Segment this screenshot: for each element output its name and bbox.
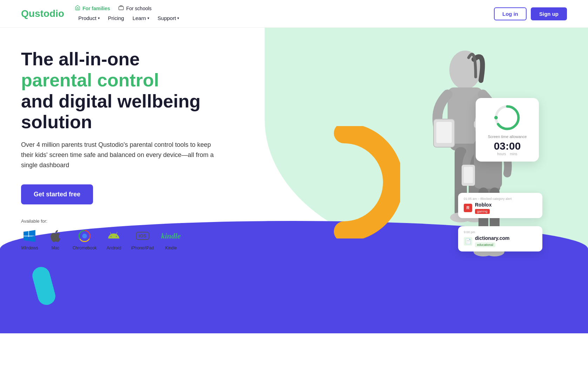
roblox-icon: R bbox=[464, 204, 472, 212]
nav-for-schools[interactable]: For schools bbox=[118, 5, 151, 12]
platform-kindle: kindle Kindle bbox=[164, 229, 178, 250]
available-for-label: Available for: bbox=[21, 218, 218, 224]
screen-time-card: Screen time allowance 03:00 hours mins bbox=[476, 98, 539, 162]
product-label: Product bbox=[78, 15, 97, 21]
windows-icon bbox=[22, 229, 37, 243]
pricing-label: Pricing bbox=[108, 15, 124, 21]
people-svg bbox=[384, 38, 560, 302]
platform-iphone-ipad: iOS iPhone/iPad bbox=[131, 229, 154, 250]
screen-time-value: 03:00 bbox=[483, 140, 532, 152]
platform-windows: Windows bbox=[21, 229, 38, 250]
alert-row: R Roblox gaming bbox=[464, 202, 537, 214]
hero-title-line1: The all-in-one bbox=[21, 49, 140, 69]
nav-learn[interactable]: Learn ▾ bbox=[129, 14, 152, 22]
hero-title-line3: solution bbox=[21, 112, 92, 132]
svg-point-25 bbox=[82, 234, 87, 238]
hero-title-line2: and digital wellbeing bbox=[21, 91, 200, 111]
hero-section: Screen time allowance 03:00 hours mins 0… bbox=[0, 28, 588, 333]
header: Qustodio For families For schools bbox=[0, 0, 588, 28]
alert-tag: gaming bbox=[475, 209, 490, 214]
nav-main-row: Product ▾ Pricing Learn ▾ Support ▾ bbox=[75, 14, 494, 22]
logo[interactable]: Qustodio bbox=[21, 8, 64, 19]
alert-app-name: Roblox bbox=[475, 202, 491, 208]
dictionary-visit-card: 9:00 pm 📄 dictionary.com educational bbox=[458, 226, 542, 251]
alert-time: 01:05 am – Blocked category alert bbox=[464, 197, 537, 201]
kindle-label: Kindle bbox=[165, 246, 177, 250]
support-label: Support bbox=[158, 15, 176, 21]
product-chevron-icon: ▾ bbox=[98, 16, 100, 20]
visit-time: 9:00 pm bbox=[464, 230, 537, 234]
chromebook-label: Chromebook bbox=[73, 246, 97, 250]
nav-for-families[interactable]: For families bbox=[75, 5, 110, 12]
kindle-icon: kindle bbox=[164, 229, 178, 243]
hero-people-image bbox=[384, 38, 560, 302]
mac-label: Mac bbox=[51, 246, 59, 250]
screen-time-label: Screen time allowance bbox=[483, 135, 532, 139]
screen-time-sub: hours mins bbox=[483, 152, 532, 156]
nav-group: For families For schools Product ▾ Prici… bbox=[75, 5, 494, 22]
svg-rect-0 bbox=[119, 7, 124, 10]
nav-pricing[interactable]: Pricing bbox=[105, 14, 128, 22]
school-icon bbox=[118, 5, 124, 12]
svg-point-23 bbox=[494, 116, 498, 119]
nav-top-row: For families For schools bbox=[75, 5, 494, 12]
hero-title-highlight: parental control bbox=[21, 70, 159, 90]
for-families-label: For families bbox=[82, 6, 110, 11]
hero-title: The all-in-one parental control and digi… bbox=[21, 49, 218, 133]
visit-tag: educational bbox=[475, 242, 495, 247]
svg-rect-5 bbox=[436, 122, 452, 143]
home-icon bbox=[75, 5, 80, 12]
learn-chevron-icon: ▾ bbox=[147, 16, 149, 20]
svg-rect-16 bbox=[464, 167, 473, 183]
mac-icon bbox=[48, 229, 63, 243]
support-chevron-icon: ▾ bbox=[177, 16, 179, 20]
android-icon bbox=[106, 229, 121, 243]
platform-icons: Windows Mac Chromebook bbox=[21, 229, 218, 250]
learn-label: Learn bbox=[132, 15, 146, 21]
visit-row: 📄 dictionary.com educational bbox=[464, 235, 537, 247]
ios-icon: iOS bbox=[135, 229, 150, 243]
for-schools-label: For schools bbox=[126, 6, 151, 11]
windows-label: Windows bbox=[21, 246, 38, 250]
platform-mac: Mac bbox=[48, 229, 63, 250]
nav-product[interactable]: Product ▾ bbox=[75, 14, 103, 22]
platform-android: Android bbox=[106, 229, 121, 250]
hero-subtitle: Over 4 million parents trust Qustodio's … bbox=[21, 140, 218, 170]
platform-chromebook: Chromebook bbox=[73, 229, 97, 250]
nav-support[interactable]: Support ▾ bbox=[154, 14, 183, 22]
screen-time-ring bbox=[493, 104, 521, 132]
visit-site-icon: 📄 bbox=[464, 237, 472, 246]
login-button[interactable]: Log in bbox=[494, 7, 527, 20]
header-actions: Log in Sign up bbox=[494, 7, 567, 20]
get-started-button[interactable]: Get started free bbox=[21, 184, 93, 204]
orange-arc-container bbox=[288, 126, 400, 238]
visit-info: dictionary.com educational bbox=[475, 235, 510, 247]
orange-arc-svg bbox=[288, 126, 400, 238]
alert-info: Roblox gaming bbox=[475, 202, 491, 214]
android-label: Android bbox=[107, 246, 121, 250]
iphone-ipad-label: iPhone/iPad bbox=[131, 246, 154, 250]
chromebook-icon bbox=[77, 229, 92, 243]
signup-button[interactable]: Sign up bbox=[531, 7, 567, 20]
hero-content: The all-in-one parental control and digi… bbox=[0, 28, 239, 250]
visit-site-name: dictionary.com bbox=[475, 235, 510, 241]
roblox-alert-card: 01:05 am – Blocked category alert R Robl… bbox=[458, 193, 542, 218]
